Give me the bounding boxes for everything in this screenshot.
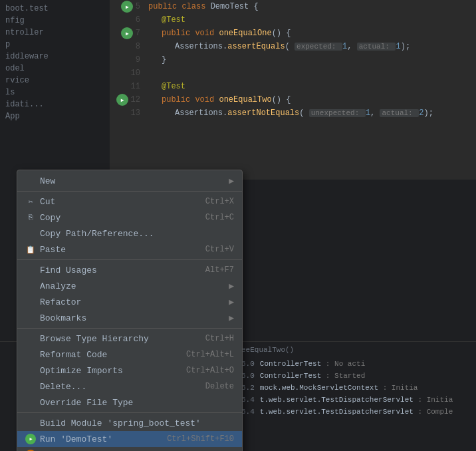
bookmarks-arrow-icon: ▶ bbox=[229, 313, 234, 323]
copy-icon: ⎘ bbox=[25, 212, 36, 223]
menu-item-copy-path[interactable]: Copy Path/Reference... bbox=[17, 226, 242, 241]
run-demo-icon bbox=[25, 434, 36, 444]
line-num-9: 9 bbox=[136, 55, 140, 65]
cut-icon: ✂ bbox=[25, 196, 36, 207]
sidebar-item-2[interactable]: nfig bbox=[0, 15, 110, 27]
sidebar-item-8[interactable]: ls bbox=[0, 86, 110, 98]
menu-item-copy[interactable]: ⎘ Copy Ctrl+C bbox=[17, 210, 242, 226]
run-icon-line7[interactable] bbox=[121, 27, 133, 39]
separator-4 bbox=[17, 412, 242, 413]
line-num-10: 10 bbox=[131, 69, 140, 78]
menu-item-debug-demo[interactable]: Debug 'DemoTest' bbox=[17, 447, 242, 451]
console-line-4: 6.4 t.web.servlet.TestDispatcherServlet … bbox=[241, 394, 471, 406]
refactor-icon bbox=[25, 297, 36, 307]
sidebar-item-4[interactable]: p bbox=[0, 39, 110, 51]
paste-icon: 📋 bbox=[25, 244, 36, 255]
new-icon bbox=[25, 176, 36, 186]
context-menu: New ▶ ✂ Cut Ctrl+X ⎘ Copy Ctrl+C Copy Pa… bbox=[17, 170, 243, 451]
separator-1 bbox=[17, 191, 242, 192]
line-num-7: 7 bbox=[136, 29, 140, 38]
menu-item-run-demo[interactable]: Run 'DemoTest' Ctrl+Shift+F10 bbox=[17, 431, 242, 447]
code-line-12: public void oneEqualTwo() { bbox=[148, 93, 476, 106]
run-icon-line5[interactable] bbox=[121, 1, 133, 13]
menu-item-cut[interactable]: ✂ Cut Ctrl+X bbox=[17, 194, 242, 210]
refactor-arrow-icon: ▶ bbox=[229, 297, 234, 307]
line-num-11: 11 bbox=[131, 82, 140, 91]
sidebar-item-7[interactable]: rvice bbox=[0, 75, 110, 86]
project-sidebar[interactable]: boot.test nfig ntroller p iddleware odel… bbox=[0, 0, 110, 180]
line-num-12: 12 bbox=[131, 95, 140, 104]
console-output: 6.0 ControllerTest : No acti 6.0 Control… bbox=[236, 355, 476, 420]
console-line-5: 6.4 t.web.servlet.TestDispatcherServlet … bbox=[241, 406, 471, 418]
code-line-10 bbox=[148, 67, 476, 80]
code-line-13: Assertions.assertNotEquals( unexpected: … bbox=[148, 106, 476, 120]
code-line-11: @Test bbox=[148, 80, 476, 93]
code-line-7: public void oneEqualOne() { bbox=[148, 27, 476, 40]
find-icon bbox=[25, 265, 36, 275]
menu-item-optimize[interactable]: Optimize Imports Ctrl+Alt+O bbox=[17, 363, 242, 378]
sidebar-item-6[interactable]: odel bbox=[0, 63, 110, 75]
reformat-icon bbox=[25, 349, 36, 360]
bookmarks-icon bbox=[25, 313, 36, 323]
override-icon bbox=[25, 397, 36, 408]
menu-item-browse-type[interactable]: Browse Type Hierarchy Ctrl+H bbox=[17, 331, 242, 347]
copy-path-icon bbox=[25, 228, 36, 239]
editor-area: boot.test nfig ntroller p iddleware odel… bbox=[0, 0, 476, 180]
optimize-icon bbox=[25, 365, 36, 376]
line-num-13: 13 bbox=[131, 108, 140, 118]
run-icon-line12[interactable] bbox=[116, 94, 128, 106]
delete-icon bbox=[25, 381, 36, 392]
analyze-arrow-icon: ▶ bbox=[229, 281, 234, 291]
method-hint: eeEqualTwo() bbox=[236, 342, 476, 355]
sidebar-item-1[interactable]: boot.test bbox=[0, 3, 110, 15]
menu-item-override[interactable]: Override File Type bbox=[17, 394, 242, 410]
menu-item-bookmarks[interactable]: Bookmarks ▶ bbox=[17, 310, 242, 326]
build-icon bbox=[25, 418, 36, 428]
separator-3 bbox=[17, 328, 242, 329]
code-line-5: public class DemoTest { bbox=[148, 0, 476, 13]
new-arrow-icon: ▶ bbox=[229, 176, 234, 186]
menu-item-refactor[interactable]: Refactor ▶ bbox=[17, 294, 242, 310]
code-line-8: Assertions.assertEquals( expected: 1, ac… bbox=[148, 40, 476, 53]
line-num-5: 5 bbox=[136, 2, 140, 11]
console-line-3: 6.2 mock.web.MockServletContext : Initia bbox=[241, 382, 471, 394]
analyze-icon bbox=[25, 281, 36, 291]
menu-item-new[interactable]: New ▶ bbox=[17, 173, 242, 189]
code-line-9: } bbox=[148, 53, 476, 67]
menu-item-build-module[interactable]: Build Module 'spring_boot_test' bbox=[17, 415, 242, 431]
sidebar-item-9[interactable]: idati... bbox=[0, 98, 110, 110]
menu-item-paste[interactable]: 📋 Paste Ctrl+V bbox=[17, 241, 242, 257]
line-num-8: 8 bbox=[136, 42, 140, 51]
sidebar-item-3[interactable]: ntroller bbox=[0, 27, 110, 39]
code-editor[interactable]: 5 6 7 8 9 bbox=[110, 0, 476, 180]
line-num-6: 6 bbox=[136, 15, 140, 25]
menu-item-reformat[interactable]: Reformat Code Ctrl+Alt+L bbox=[17, 347, 242, 363]
menu-item-find-usages[interactable]: Find Usages Alt+F7 bbox=[17, 262, 242, 278]
separator-2 bbox=[17, 259, 242, 260]
console-line-1: 6.0 ControllerTest : No acti bbox=[241, 358, 471, 370]
code-line-6: @Test bbox=[148, 13, 476, 27]
code-content[interactable]: public class DemoTest { @Test public voi… bbox=[143, 0, 476, 180]
console-line-2: 6.0 ControllerTest : Started bbox=[241, 370, 471, 382]
sidebar-item-10[interactable]: App bbox=[0, 110, 110, 122]
menu-item-analyze[interactable]: Analyze ▶ bbox=[17, 278, 242, 294]
menu-item-delete[interactable]: Delete... Delete bbox=[17, 378, 242, 394]
sidebar-item-5[interactable]: iddleware bbox=[0, 51, 110, 63]
browse-type-icon bbox=[25, 333, 36, 344]
